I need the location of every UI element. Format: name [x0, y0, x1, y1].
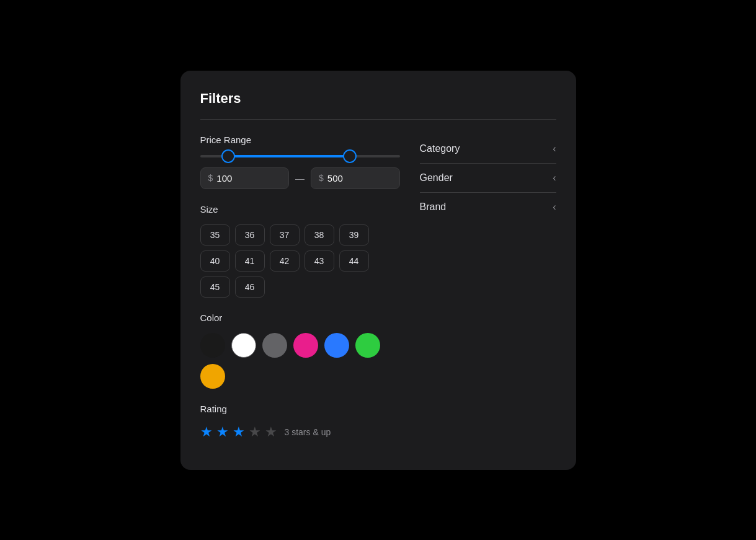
color-swatches — [200, 333, 400, 389]
panel-title: Filters — [200, 91, 556, 107]
rating-row: ★★★★★3 stars & up — [200, 424, 400, 440]
size-grid: 353637383940414243444546 — [200, 224, 400, 298]
chevron-icon-category: ‹ — [553, 143, 556, 154]
slider-thumb-max[interactable] — [343, 149, 357, 163]
panel-body: Price Range $ 100 — $ 500 Size — [200, 135, 556, 440]
chevron-icon-gender: ‹ — [553, 172, 556, 184]
star-5[interactable]: ★ — [265, 424, 277, 440]
color-swatch-gray[interactable] — [262, 333, 287, 358]
size-btn-43[interactable]: 43 — [305, 250, 334, 272]
size-btn-39[interactable]: 39 — [339, 224, 369, 246]
right-column: Category‹Gender‹Brand‹ — [420, 135, 556, 440]
header-divider — [200, 119, 556, 120]
size-btn-44[interactable]: 44 — [339, 250, 369, 272]
color-swatch-black[interactable] — [200, 333, 225, 358]
price-range-label: Price Range — [200, 135, 400, 145]
color-swatch-orange[interactable] — [200, 364, 225, 389]
rating-label: Rating — [200, 404, 400, 414]
size-btn-41[interactable]: 41 — [235, 250, 265, 272]
size-btn-36[interactable]: 36 — [235, 224, 265, 246]
price-slider-track[interactable] — [200, 155, 400, 157]
price-max-value: 500 — [327, 173, 343, 184]
chevron-icon-brand: ‹ — [553, 201, 556, 213]
filter-category-label-brand: Brand — [420, 201, 447, 213]
size-btn-46[interactable]: 46 — [235, 277, 265, 298]
color-swatch-white[interactable] — [231, 333, 256, 358]
color-swatch-green[interactable] — [355, 333, 380, 358]
size-section: Size 353637383940414243444546 — [200, 204, 400, 298]
color-section: Color — [200, 312, 400, 389]
size-btn-38[interactable]: 38 — [305, 224, 334, 246]
size-btn-37[interactable]: 37 — [270, 224, 300, 246]
currency-max: $ — [319, 173, 324, 183]
price-max-input[interactable]: $ 500 — [311, 167, 400, 189]
star-4[interactable]: ★ — [249, 424, 261, 440]
filter-category-label-gender: Gender — [420, 172, 453, 184]
size-label: Size — [200, 204, 400, 215]
filter-category-gender[interactable]: Gender‹ — [420, 164, 556, 193]
color-label: Color — [200, 312, 400, 323]
size-btn-35[interactable]: 35 — [200, 224, 230, 246]
price-dash: — — [295, 173, 305, 184]
slider-thumb-min[interactable] — [221, 149, 235, 163]
price-inputs: $ 100 — $ 500 — [200, 167, 400, 189]
star-2[interactable]: ★ — [216, 424, 229, 440]
color-swatch-blue[interactable] — [324, 333, 349, 358]
currency-min: $ — [208, 173, 213, 183]
rating-description: 3 stars & up — [285, 427, 331, 437]
color-swatch-pink[interactable] — [293, 333, 318, 358]
left-column: Price Range $ 100 — $ 500 Size — [200, 135, 400, 440]
star-1[interactable]: ★ — [200, 424, 213, 440]
size-btn-42[interactable]: 42 — [270, 250, 300, 272]
filter-category-category[interactable]: Category‹ — [420, 135, 556, 164]
price-slider-fill — [228, 155, 350, 157]
price-min-input[interactable]: $ 100 — [200, 167, 290, 189]
size-btn-45[interactable]: 45 — [200, 277, 230, 298]
size-btn-40[interactable]: 40 — [200, 250, 230, 272]
star-3[interactable]: ★ — [233, 424, 245, 440]
filters-panel: Filters Price Range $ 100 — $ 500 — [180, 71, 576, 470]
price-min-value: 100 — [216, 173, 232, 184]
rating-section: Rating ★★★★★3 stars & up — [200, 404, 400, 440]
filter-category-label-category: Category — [420, 143, 460, 154]
filter-category-brand[interactable]: Brand‹ — [420, 193, 556, 221]
